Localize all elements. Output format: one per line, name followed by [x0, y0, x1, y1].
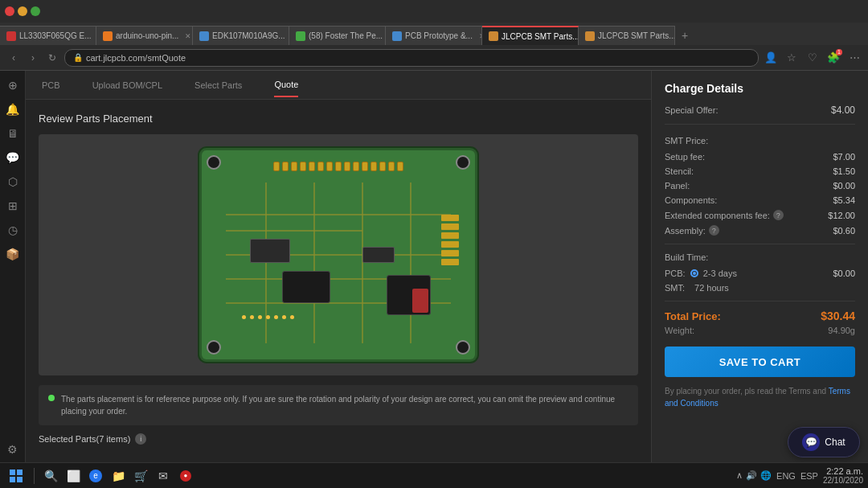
close-dot[interactable] — [5, 6, 14, 16]
taskbar-sep-1 — [34, 468, 35, 484]
taskbar-edge-icon[interactable]: e — [86, 466, 105, 486]
taskbar-red-icon[interactable]: ● — [176, 466, 195, 486]
step-parts[interactable]: Select Parts — [194, 74, 242, 96]
heart-icon[interactable]: ♡ — [805, 51, 820, 65]
red-app-icon: ● — [180, 470, 191, 482]
divider-2 — [665, 301, 855, 301]
sidebar-chat-icon[interactable]: 💬 — [3, 148, 23, 167]
pcb-ic-1 — [282, 271, 330, 303]
window-controls[interactable] — [5, 6, 40, 16]
weight-label: Weight: — [665, 326, 694, 335]
sidebar-clock-icon[interactable]: ◷ — [3, 220, 23, 240]
components-value: $5.34 — [833, 195, 855, 205]
tab-close-1[interactable]: ✕ — [185, 32, 191, 40]
favorites-icon[interactable]: ☆ — [784, 51, 799, 65]
notice-text: The parts placement is for reference pur… — [61, 393, 628, 417]
extensions-icon[interactable]: 🧩 1 — [826, 51, 841, 65]
tab-2[interactable]: EDK107M010A9G... ✕ — [193, 26, 289, 45]
sidebar-monitor-icon[interactable]: 🖥 — [3, 124, 23, 143]
tab-3[interactable]: (58) Foster The Pe... ✕ — [289, 26, 386, 45]
stencil-label: Stencil: — [665, 166, 694, 176]
back-button[interactable]: ‹ — [6, 51, 21, 65]
step-pcb[interactable]: PCB — [42, 74, 60, 96]
panel-value: $0.00 — [833, 181, 855, 191]
taskbar-date: 22/10/2020 — [823, 476, 863, 485]
win-tile-1 — [10, 470, 15, 475]
terms-text: By placing your order, pls read the Term… — [665, 385, 855, 409]
rc-pin — [441, 250, 459, 256]
notice-dot — [48, 395, 55, 401]
total-label: Total Price: — [665, 310, 721, 322]
forward-button[interactable]: › — [26, 51, 40, 65]
step-quote[interactable]: Quote — [274, 73, 298, 97]
up-arrow-icon[interactable]: ∧ — [736, 470, 743, 481]
total-value: $30.44 — [821, 310, 855, 322]
left-sidebar: ⊕ 🔔 🖥 💬 ⬡ ⊞ ◷ 📦 ⚙ ··· — [0, 71, 26, 488]
taskbar-search-icon[interactable]: 🔍 — [41, 466, 60, 486]
taskbar-taskview-icon[interactable]: ⬜ — [63, 466, 83, 486]
tab-1[interactable]: arduino-uno-pin... ✕ — [96, 26, 193, 45]
chat-button[interactable]: 💬 Chat — [788, 427, 860, 457]
maximize-dot[interactable] — [31, 6, 40, 16]
extended-label: Extended components fee: ? — [665, 210, 784, 220]
keyboard-layout[interactable]: ESP — [800, 471, 818, 481]
network-icon[interactable]: 🌐 — [760, 470, 772, 481]
extended-help-icon[interactable]: ? — [773, 210, 784, 220]
special-offer-value: $4.00 — [831, 105, 855, 116]
tab-4[interactable]: PCB Prototype &... ✕ — [386, 26, 482, 45]
charge-title: Charge Details — [665, 82, 855, 95]
start-button[interactable] — [5, 465, 27, 487]
windows-logo — [10, 470, 23, 482]
step-bom[interactable]: Upload BOM/CPL — [92, 74, 162, 96]
tab-6[interactable]: JLCPCB SMT Parts... ✕ — [579, 26, 675, 45]
sidebar-discord-icon[interactable]: ⬡ — [3, 172, 23, 191]
lock-icon: 🔒 — [73, 53, 83, 62]
total-row: Total Price: $30.44 — [665, 310, 855, 322]
assembly-help-icon[interactable]: ? — [709, 225, 719, 236]
new-tab-button[interactable]: + — [675, 26, 694, 45]
settings-icon[interactable]: ⋯ — [847, 51, 862, 65]
price-row-extended: Extended components fee: ? $12.00 — [665, 210, 855, 220]
taskbar-mail-icon[interactable]: ✉ — [154, 466, 173, 486]
price-row-components: Components: $5.34 — [665, 195, 855, 205]
profile-icon[interactable]: 👤 — [764, 51, 778, 65]
sidebar-apps-icon[interactable]: ⊞ — [3, 196, 23, 215]
content-area: PCB Upload BOM/CPL Select Parts Quote Re… — [26, 71, 651, 488]
main-layout: ⊕ 🔔 🖥 💬 ⬡ ⊞ ◷ 📦 ⚙ ··· PCB Upload BOM/CPL… — [0, 71, 868, 488]
price-row-assembly: Assembly: ? $0.60 — [665, 225, 855, 236]
special-offer-row: Special Offer: $4.00 — [665, 105, 855, 125]
tab-0[interactable]: LL3303F065QG E... ✕ — [0, 26, 96, 45]
sd — [250, 315, 254, 319]
sidebar-home-icon[interactable]: ⊕ — [3, 76, 23, 95]
sd — [242, 315, 246, 319]
save-to-cart-button[interactable]: SAVE TO CART — [665, 347, 855, 377]
minimize-dot[interactable] — [18, 6, 27, 16]
sidebar-settings-icon[interactable]: ⚙ — [3, 440, 23, 459]
volume-icon[interactable]: 🔊 — [746, 470, 757, 481]
pcb-ic-2 — [387, 275, 431, 315]
sidebar-box-icon[interactable]: 📦 — [3, 244, 23, 264]
info-icon[interactable]: i — [135, 433, 146, 445]
language-label[interactable]: ENG — [776, 471, 796, 481]
tabs-bar: LL3303F065QG E... ✕ arduino-uno-pin... ✕… — [0, 23, 868, 45]
tab-favicon-2 — [199, 31, 209, 41]
smt-price-title: SMT Price: — [665, 136, 855, 146]
refresh-button[interactable]: ↻ — [45, 51, 59, 65]
price-row-stencil: Stencil: $1.50 — [665, 166, 855, 176]
pcb-radio[interactable] — [690, 269, 698, 277]
tab-5[interactable]: JLCPCB SMT Parts... ✕ — [482, 26, 579, 45]
pcb-component-2 — [362, 247, 395, 263]
sidebar-bell-icon[interactable]: 🔔 — [3, 100, 23, 119]
components-label: Components: — [665, 195, 717, 205]
setup-fee-value: $7.00 — [833, 152, 855, 162]
tab-label-2: EDK107M010A9G... — [212, 31, 285, 40]
taskbar-store-icon[interactable]: 🛒 — [131, 466, 150, 486]
small-dots-row — [242, 315, 294, 319]
tab-favicon-3 — [296, 31, 305, 41]
weight-row: Weight: 94.90g — [665, 326, 855, 335]
sd — [274, 315, 278, 319]
address-bar[interactable]: 🔒 cart.jlcpcb.com/smtQuote — [64, 49, 759, 67]
taskbar-right: ∧ 🔊 🌐 ENG ESP 2:22 a.m. 22/10/2020 — [736, 466, 863, 485]
taskbar-explorer-icon[interactable]: 📁 — [108, 466, 128, 486]
taskbar-clock[interactable]: 2:22 a.m. 22/10/2020 — [823, 466, 863, 485]
